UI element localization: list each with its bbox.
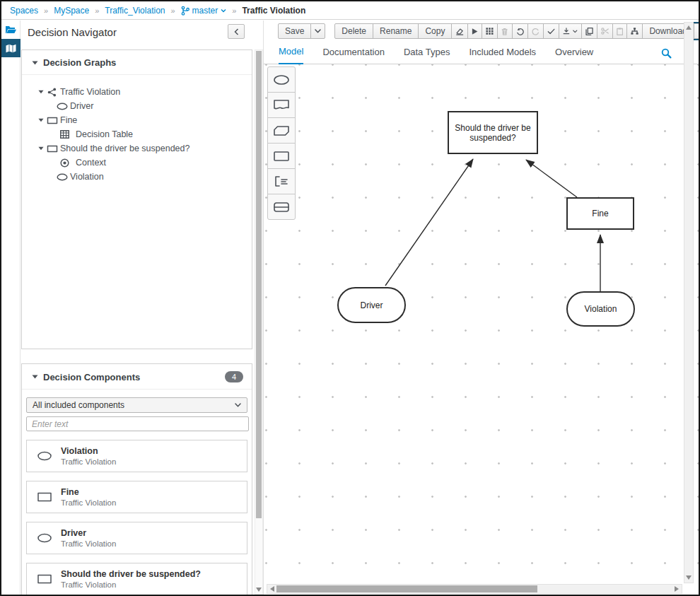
delete-button[interactable]: Delete (334, 23, 373, 39)
decision-graphs-section: Decision Graphs Traffic Violation Driver (21, 49, 252, 349)
delete-selection-button[interactable] (497, 23, 512, 39)
paste-button[interactable] (612, 23, 627, 39)
components-filter-dropdown[interactable]: All included components (26, 397, 247, 413)
scroll-down-arrow[interactable] (686, 575, 692, 580)
context-icon (60, 158, 69, 168)
folder-open-icon (5, 25, 17, 35)
scroll-left-arrow[interactable] (270, 586, 274, 592)
navigator-scrollbar[interactable] (255, 49, 263, 595)
decision-graphs-header[interactable]: Decision Graphs (22, 50, 252, 75)
caret-down-icon (32, 61, 38, 65)
project-explorer-dock-button[interactable] (1, 21, 21, 39)
undo-button[interactable] (512, 23, 528, 39)
validate-button[interactable] (543, 23, 559, 39)
tree-item-context[interactable]: Context (26, 156, 249, 170)
decision-components-section: Decision Components 4 All included compo… (21, 363, 252, 595)
input-node-violation[interactable]: Violation (566, 291, 635, 327)
component-origin: Traffic Violation (61, 457, 116, 467)
decision-navigator-dock-button[interactable] (1, 39, 21, 57)
tree-item-violation[interactable]: Violation (26, 170, 249, 184)
scrollbar-thumb[interactable] (276, 585, 537, 592)
component-origin: Traffic Violation (61, 580, 201, 590)
decision-graphs-tree: Traffic Violation Driver Fine Decis (22, 75, 252, 187)
decision-components-header[interactable]: Decision Components 4 (22, 364, 252, 390)
caret-down-icon (38, 118, 44, 122)
breadcrumb-myspace[interactable]: MySpace (54, 6, 89, 16)
layout-button[interactable] (482, 23, 498, 39)
scrollbar-thumb[interactable] (256, 51, 262, 518)
component-origin: Traffic Violation (61, 539, 116, 549)
tree-item-label: Decision Table (76, 129, 133, 139)
rect-node-icon (47, 145, 58, 153)
trash-icon (501, 27, 508, 36)
component-card-should-driver-suspended[interactable]: Should the driver be suspended? Traffic … (26, 563, 247, 595)
component-card-driver[interactable]: Driver Traffic Violation (26, 522, 247, 554)
application-window: Spaces » MySpace » Traffic_Violation » m… (0, 0, 700, 596)
duplicate-icon (585, 27, 593, 36)
edge-driver-to-decision[interactable] (385, 159, 473, 286)
search-button[interactable] (661, 48, 672, 59)
scroll-down-arrow[interactable] (256, 588, 262, 592)
clear-button[interactable] (451, 23, 468, 39)
input-node-driver[interactable]: Driver (337, 287, 406, 323)
tree-item-decision-table[interactable]: Decision Table (26, 127, 249, 141)
save-button[interactable]: Save (278, 23, 311, 39)
chevron-left-icon (234, 28, 239, 35)
rename-button[interactable]: Rename (373, 23, 419, 39)
run-button[interactable] (467, 23, 482, 39)
oval-node-icon (37, 451, 52, 461)
oval-node-icon (57, 173, 68, 181)
save-menu-button[interactable] (310, 23, 325, 39)
component-card-violation[interactable]: Violation Traffic Violation (26, 440, 247, 472)
component-card-fine[interactable]: Fine Traffic Violation (26, 481, 247, 513)
graph-icon (47, 88, 57, 97)
scroll-right-arrow[interactable] (675, 586, 679, 592)
tree-item-should-driver-suspended[interactable]: Should the driver be suspended? (26, 141, 249, 156)
collapse-panel-button[interactable] (228, 24, 245, 39)
copy-button[interactable]: Copy (418, 23, 452, 39)
tab-overview[interactable]: Overview (555, 47, 593, 64)
cut-button[interactable] (597, 23, 613, 39)
check-icon (547, 28, 555, 35)
components-search-input[interactable] (26, 416, 249, 431)
scissors-icon (601, 27, 609, 35)
canvas-vertical-scrollbar[interactable] (684, 22, 694, 583)
eraser-icon (455, 27, 464, 36)
decision-table-icon (60, 130, 69, 139)
breadcrumb-spaces[interactable]: Spaces (10, 6, 38, 16)
tab-included-models[interactable]: Included Models (469, 47, 536, 64)
redo-icon (532, 27, 539, 36)
scroll-up-arrow[interactable] (686, 25, 692, 30)
export-menu-button[interactable] (559, 23, 582, 39)
breadcrumb-current-asset: Traffic Violation (242, 6, 305, 16)
tree-item-label: Violation (70, 172, 104, 182)
tree-item-fine[interactable]: Fine (26, 113, 249, 127)
decision-graphs-title: Decision Graphs (43, 57, 116, 68)
breadcrumb-project[interactable]: Traffic_Violation (105, 6, 165, 16)
tab-documentation[interactable]: Documentation (322, 47, 384, 64)
tree-item-label: Should the driver be suspended? (60, 144, 189, 153)
copy-selection-button[interactable] (581, 23, 597, 39)
oval-node-icon (57, 103, 68, 110)
tree-item-driver[interactable]: Driver (26, 99, 249, 113)
tab-model[interactable]: Model (279, 46, 303, 64)
diagram-canvas[interactable]: Should the driver be suspended? Fine Dri… (264, 64, 699, 595)
decision-node-should-driver-be-suspended[interactable]: Should the driver be suspended? (448, 111, 538, 154)
code-branch-icon (181, 6, 189, 16)
breadcrumb-separator: » (44, 6, 48, 15)
branch-selector[interactable]: master (181, 6, 227, 16)
canvas-horizontal-scrollbar[interactable] (267, 584, 682, 594)
redo-button[interactable] (527, 23, 544, 39)
tree-item-traffic-violation[interactable]: Traffic Violation (26, 85, 249, 99)
chevron-down-icon (573, 30, 578, 33)
tab-data-types[interactable]: Data Types (404, 47, 450, 64)
breadcrumb-separator: » (95, 6, 99, 15)
migrate-button[interactable] (626, 23, 643, 39)
edge-fine-to-decision[interactable] (526, 160, 577, 197)
tree-item-label: Driver (70, 101, 93, 111)
rect-node-icon (47, 117, 58, 124)
chevron-down-icon (221, 8, 226, 13)
latest-version-dropdown[interactable]: Latest Version (694, 23, 700, 39)
decision-node-fine[interactable]: Fine (566, 197, 634, 230)
grid-icon (486, 27, 494, 35)
